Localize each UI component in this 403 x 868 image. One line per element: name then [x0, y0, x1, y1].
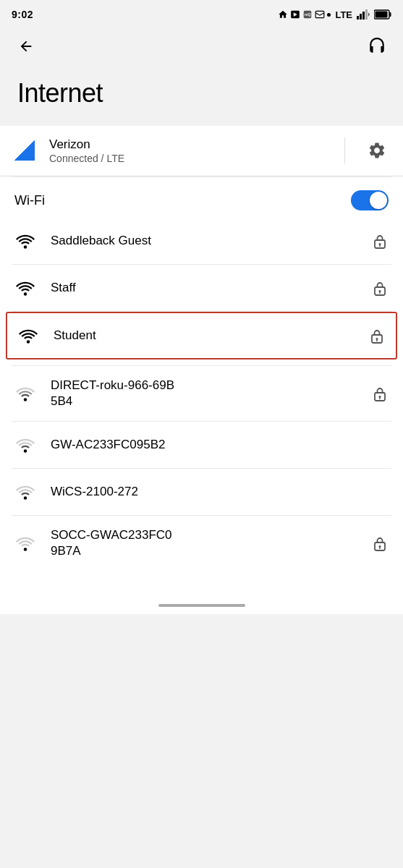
- network-name-gw-ac233: GW-AC233FC095B2: [51, 437, 360, 453]
- network-name-wics: WiCS-2100-272: [51, 484, 360, 500]
- svg-point-27: [379, 396, 381, 398]
- status-notif-icons: mQ: [278, 9, 331, 20]
- lock-icon-direct-roku: [371, 385, 389, 402]
- cellular-status: Connected / LTE: [49, 153, 327, 164]
- svg-rect-10: [376, 12, 388, 18]
- network-item-wics[interactable]: WiCS-2100-272: [0, 469, 403, 515]
- network-name-student: Student: [54, 328, 354, 344]
- wifi-signal-full-icon: [14, 230, 36, 252]
- network-name-staff: Staff: [51, 280, 357, 296]
- back-arrow-icon: [18, 38, 34, 54]
- network-name-direct-roku: DIRECT-roku-966-69B5B4: [51, 378, 357, 409]
- headset-icon: [368, 37, 386, 56]
- network-item-socc-gwac[interactable]: SOCC-GWAC233FC09B7A: [0, 516, 403, 571]
- page-title-section: Internet: [0, 67, 403, 126]
- wifi-signal-medium-low-icon-wics: [14, 481, 36, 503]
- wifi-label: Wi-Fi: [14, 193, 45, 208]
- wifi-signal-medium-icon: [14, 383, 36, 404]
- svg-point-31: [24, 548, 27, 551]
- network-item-student[interactable]: Student: [6, 312, 397, 359]
- wifi-signal-full-icon-student: [17, 325, 39, 346]
- no-lock-wics: [374, 483, 389, 501]
- cellular-settings-button[interactable]: [362, 136, 391, 165]
- svg-point-29: [24, 449, 27, 452]
- lock-icon-saddleback-guest: [371, 232, 389, 250]
- home-status-icon: [278, 9, 288, 20]
- page-title: Internet: [17, 78, 386, 109]
- network-item-gw-ac233[interactable]: GW-AC233FC095B2: [0, 422, 403, 468]
- svg-text:mQ: mQ: [305, 12, 311, 17]
- cellular-signal-icon: [12, 137, 38, 163]
- wifi-toggle[interactable]: [351, 190, 389, 210]
- cellular-info: Verizon Connected / LTE: [49, 137, 327, 164]
- wifi-signal-medium-low-icon-gw: [14, 434, 36, 456]
- outlook-status-icon: [315, 9, 325, 20]
- home-indicator: [158, 604, 245, 607]
- wifi-signal-full-icon-staff: [14, 277, 36, 299]
- cellular-divider: [344, 137, 345, 163]
- lte-label: LTE: [335, 9, 352, 20]
- svg-point-15: [379, 243, 381, 245]
- svg-point-25: [24, 398, 27, 401]
- lte-signal-icon: [357, 9, 370, 20]
- youtube-status-icon: [290, 9, 300, 20]
- svg-rect-3: [357, 16, 359, 20]
- svg-point-19: [379, 290, 381, 292]
- status-dot: [327, 13, 331, 17]
- myq-status-icon: mQ: [302, 9, 313, 20]
- status-bar: 9:02 mQ LTE: [0, 0, 403, 26]
- cellular-name: Verizon: [49, 137, 327, 152]
- gear-icon: [368, 141, 386, 160]
- wifi-section: Wi-Fi: [0, 177, 403, 218]
- wifi-header-row: Wi-Fi: [0, 177, 403, 218]
- svg-rect-5: [362, 12, 365, 20]
- lock-icon-student: [368, 327, 386, 344]
- svg-rect-9: [390, 12, 391, 17]
- wifi-signal-low-icon-socc: [14, 532, 36, 554]
- network-list: Saddleback Guest Staff: [0, 218, 403, 571]
- svg-rect-6: [365, 9, 368, 20]
- svg-point-33: [379, 545, 381, 548]
- network-item-saddleback-guest[interactable]: Saddleback Guest: [0, 218, 403, 264]
- network-name-socc-gwac: SOCC-GWAC233FC09B7A: [51, 527, 357, 559]
- svg-point-23: [376, 338, 378, 340]
- network-item-direct-roku[interactable]: DIRECT-roku-966-69B5B4: [0, 366, 403, 421]
- cellular-section: Verizon Connected / LTE: [0, 126, 403, 175]
- back-button[interactable]: [12, 32, 41, 61]
- home-indicator-area: [0, 571, 403, 614]
- network-item-staff[interactable]: Staff: [0, 265, 403, 311]
- svg-point-21: [27, 340, 30, 343]
- no-lock-gw: [374, 436, 389, 454]
- toggle-thumb: [370, 192, 387, 209]
- headset-button[interactable]: [362, 32, 391, 61]
- svg-point-13: [24, 245, 27, 248]
- svg-marker-7: [368, 12, 370, 17]
- top-nav: [0, 26, 403, 67]
- cell-signal-svg: [14, 140, 35, 161]
- svg-rect-2: [316, 11, 325, 17]
- lock-icon-socc-gwac: [371, 535, 389, 552]
- status-right-icons: mQ LTE: [278, 9, 391, 20]
- lock-icon-staff: [371, 279, 389, 297]
- battery-icon: [374, 9, 391, 20]
- network-name-saddleback-guest: Saddleback Guest: [51, 233, 357, 249]
- svg-point-30: [24, 496, 27, 499]
- svg-point-17: [24, 292, 27, 295]
- svg-rect-4: [360, 14, 362, 20]
- cellular-row[interactable]: Verizon Connected / LTE: [12, 126, 391, 175]
- status-time: 9:02: [12, 9, 33, 20]
